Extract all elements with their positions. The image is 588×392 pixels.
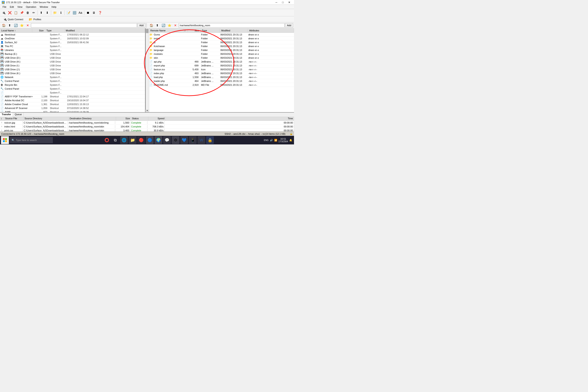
menu-operation[interactable]: Operation [24, 5, 38, 8]
taskbar-multitask[interactable]: ⧉ [112, 136, 119, 144]
right-list-item[interactable]: 📁 Kotchasan Folder 06/03/2021 20:31:13 d… [149, 44, 294, 48]
right-address-input[interactable] [178, 23, 284, 28]
col-remote-attr[interactable]: Attributes [248, 29, 294, 32]
help-button[interactable]: ❓ [97, 10, 103, 16]
right-list-item[interactable]: 📁 language Folder 06/03/2021 20:31:13 dr… [149, 48, 294, 52]
col-remote-type[interactable]: Type [201, 29, 220, 32]
taskbar-explorer[interactable]: 📁 [129, 136, 136, 144]
right-stop-button[interactable]: ✕ [172, 22, 178, 28]
taskbar-volume[interactable]: 🔊 [270, 139, 273, 142]
taskbar-app3[interactable]: 💬 [163, 136, 171, 144]
right-list-item[interactable]: 📁 Gcms Folder 06/03/2021 20:31:13 drwxr-… [149, 33, 294, 36]
left-refresh-button[interactable]: 🔄 [13, 22, 18, 28]
copy-button[interactable]: 📋 [13, 10, 18, 16]
left-scrollbar[interactable]: ▼ [146, 28, 149, 112]
menu-window[interactable]: Window [38, 5, 50, 8]
right-list-item[interactable]: 📄 README.md 2,919 MD File 06/03/2021 20:… [149, 83, 294, 87]
download-button[interactable]: ⬇ [44, 10, 50, 16]
taskbar-ssh[interactable]: 🔒 [206, 136, 214, 144]
right-list-item[interactable]: 📄 favicon.ico 5,430 Icon 06/03/2021 20:3… [149, 68, 294, 71]
left-list-item[interactable]: 💾 USB Drive (K:) USB Drive [0, 71, 145, 75]
taskbar-notification[interactable]: 🔔 [289, 139, 292, 142]
right-refresh-button[interactable]: 🔄 [160, 22, 166, 28]
left-list-item[interactable]: 🗑 Recycle Bin System F... [0, 83, 145, 87]
text-edit-button[interactable]: 📝 [66, 10, 71, 16]
taskbar-vscode[interactable]: 💙 [180, 136, 188, 144]
taskbar-app4[interactable]: ⚙ [172, 136, 180, 144]
properties-button[interactable]: ℹ [58, 10, 64, 16]
right-up-button[interactable]: ⬆ [154, 22, 160, 28]
tab-queue[interactable]: Queue [13, 112, 24, 117]
tcol-source[interactable]: Source File [4, 117, 24, 120]
right-add-button[interactable]: Add [285, 23, 293, 28]
tcol-destdir[interactable]: Destination Directory [69, 117, 116, 120]
left-list-item[interactable]: 📄 Adobe Acrobat DC 2,100 Shortcut 19/10/… [0, 98, 145, 102]
right-list-item[interactable]: 📁 skin Folder 06/03/2021 20:31:13 drwxr-… [149, 56, 294, 60]
transfer-item[interactable]: ↑ print.css C:\Users\Surface_NJ\Download… [0, 128, 294, 132]
left-list-item[interactable]: 💾 USB Drive (H:) USB Drive [0, 60, 145, 64]
left-home-button[interactable]: 🏠 [1, 22, 6, 28]
right-bookmark-button[interactable]: ⭐ [166, 22, 172, 28]
profiles-button[interactable]: 📂 Profiles [27, 17, 43, 22]
tab-transfer[interactable]: Transfer [0, 112, 13, 117]
right-list-item[interactable]: 📄 loader.php 464 JetBrains ... 06/03/202… [149, 79, 294, 83]
left-bookmark-button[interactable]: ⭐ [19, 22, 24, 28]
menu-view[interactable]: View [16, 5, 24, 8]
tcol-speed[interactable]: Speed [148, 117, 166, 120]
taskbar-chrome[interactable]: 🌍 [154, 136, 162, 144]
left-list-item[interactable]: ☁ Nextcloud System F... 17/03/2021 08:22… [0, 33, 145, 36]
taskbar-edge[interactable]: 🌐 [120, 136, 128, 144]
col-remote-modified[interactable]: Modified [220, 29, 248, 32]
stop-button[interactable]: ⏹ [85, 10, 91, 16]
col-local-size[interactable]: Size [32, 29, 45, 32]
paste-button[interactable]: 📌 [19, 10, 24, 16]
right-home-button[interactable]: 🏠 [148, 22, 154, 28]
right-list-item[interactable]: 📄 api.php 490 JetBrains ... 06/03/2021 2… [149, 60, 294, 64]
secure-shell-button[interactable]: 🖥 [91, 10, 97, 16]
left-list-item[interactable]: 📄 ABBYY PDF Transformer+ 1,198 Shortcut … [0, 94, 145, 98]
left-list-item[interactable]: 💾 USB Drive (J:) USB Drive [0, 68, 145, 71]
left-list-item[interactable]: 📚 Libraries System F... [0, 48, 145, 52]
left-list-item[interactable]: ☁ OneDrive System F... 16/03/2021 10:02:… [0, 36, 145, 40]
taskbar-app1[interactable]: 🔴 [137, 136, 145, 144]
left-list-item[interactable]: 📄 Advanced IP Scanner 1,059 Shortcut 07/… [0, 106, 145, 110]
left-up-button[interactable]: ⬆ [7, 22, 12, 28]
col-local-type[interactable]: Type [45, 29, 64, 32]
disconnect-button[interactable]: ❌ [7, 10, 12, 16]
right-list-item[interactable]: 📄 load.php 1,558 JetBrains ... 06/03/202… [149, 75, 294, 79]
transfer-item[interactable]: ↑ index.html C:\Users\Surface_NJ\Downloa… [0, 125, 294, 128]
left-address-input[interactable] [31, 23, 137, 28]
col-remote-name[interactable]: Remote Name [149, 29, 184, 32]
menu-edit[interactable]: Edit [8, 5, 16, 8]
tcol-size[interactable]: Size [116, 117, 131, 120]
tcol-status[interactable]: Status [131, 117, 148, 120]
maximize-button[interactable]: □ [280, 0, 286, 4]
left-list-item[interactable]: 💾 USB Drive (D:) USB Drive [0, 56, 145, 60]
taskbar-cortana[interactable]: ⭕ [103, 136, 111, 144]
col-local-modified[interactable]: Modified [64, 29, 145, 32]
menu-file[interactable]: File [1, 5, 8, 8]
delete-button[interactable]: 🗑 [25, 10, 30, 16]
left-add-button[interactable]: Add [137, 23, 146, 28]
left-stop-button[interactable]: ✕ [25, 22, 30, 28]
left-list-item[interactable]: 📄 System F... [0, 91, 145, 94]
left-list-item[interactable]: 💾 USB Drive (I:) USB Drive [0, 64, 145, 68]
left-list-item[interactable]: 📄 AIMP 973 Shortcut 07/10/2020 14:39:39 [0, 110, 145, 112]
right-list-item[interactable]: 📁 js Folder 06/03/2021 20:31:13 drwxr-xr… [149, 40, 294, 44]
search-bar[interactable]: 🔍 Type here to search [10, 137, 53, 143]
tcol-time[interactable]: Time [166, 117, 294, 120]
left-list-item[interactable]: 🔧 Control Panel System F... [0, 79, 145, 83]
left-list-item[interactable]: 💾 Backup (E:) USB Drive [0, 52, 145, 56]
taskbar-word[interactable]: W [198, 136, 205, 144]
upload-button[interactable]: ⬆ [38, 10, 44, 16]
start-button[interactable] [1, 136, 9, 144]
right-list-item[interactable]: 📁 modules Folder 06/03/2021 20:31:13 drw… [149, 52, 294, 56]
quick-connect-button[interactable]: 🔌 Quick Connect [1, 17, 25, 22]
new-connection-button[interactable]: 🔌 [1, 10, 6, 16]
binary-button[interactable]: 🔢 [72, 10, 77, 16]
menu-help[interactable]: Help [50, 5, 58, 8]
left-list-item[interactable]: 🌐 Network System F... [0, 75, 145, 79]
right-list-item[interactable]: 📄 export.php 699 JetBrains ... 06/03/202… [149, 64, 294, 68]
rename-button[interactable]: ✏ [31, 10, 36, 16]
transfer-item[interactable]: ↑ noicon.jpg C:\Users\Surface_NJ\Downloa… [0, 121, 294, 125]
